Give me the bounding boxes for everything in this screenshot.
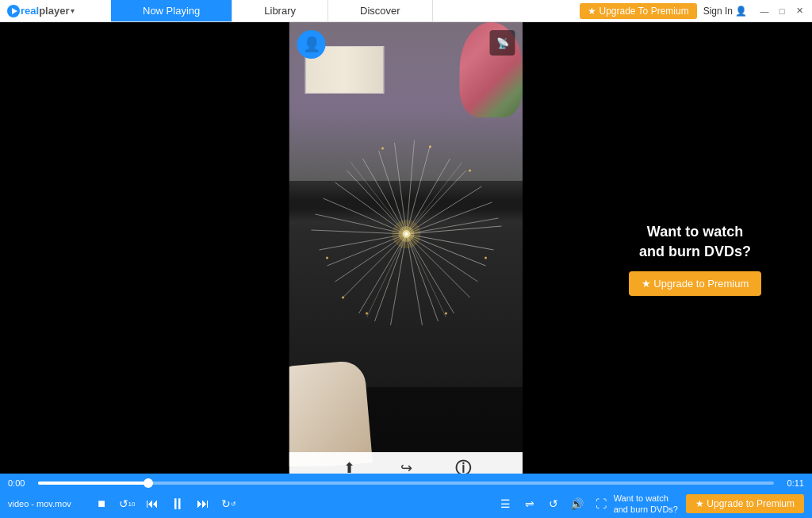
upgrade-panel-button[interactable]: ★ Upgrade to Premium (629, 271, 762, 296)
sign-in-button[interactable]: Sign In 👤 (703, 6, 747, 17)
loop-button[interactable]: ↺ (542, 493, 565, 515)
right-black-area: Want to watchand burn DVDs? ★ Upgrade to… (523, 22, 812, 496)
control-bar: 0:00 0:11 video - mov.mov ■ ↺10 ⏮ ⏸ ⏭ ↻↺… (0, 474, 812, 518)
controls-row: video - mov.mov ■ ↺10 ⏮ ⏸ ⏭ ↻↺ ☰ ⇌ ↺ 🔊 ⛶… (0, 489, 812, 518)
stop-button[interactable]: ■ (90, 493, 113, 515)
upgrade-bar-button[interactable]: ★ Upgrade to Premium (686, 494, 804, 513)
upgrade-panel-text: Want to watchand burn DVDs? (639, 222, 751, 262)
fullscreen-button[interactable]: ⛶ (590, 493, 612, 515)
time-total: 0:11 (780, 478, 804, 488)
restore-button[interactable]: □ (776, 5, 788, 17)
play-pause-button[interactable]: ⏸ (167, 493, 189, 515)
next-button[interactable]: ⏭ (192, 493, 214, 515)
rewind10-button[interactable]: ↺10 (116, 493, 138, 515)
realplayer-logo-icon (6, 4, 21, 18)
main-area: 👤 📡 ⬆ Upload ↪ Share ⓘ Details (0, 22, 812, 496)
svg-point-42 (485, 257, 487, 259)
logo-area[interactable]: real player ▾ (0, 4, 111, 18)
right-controls: ☰ ⇌ ↺ 🔊 ⛶ Want to watch and burn DVDs? ★… (495, 493, 804, 516)
progress-row: 0:00 0:11 (0, 474, 812, 489)
logo-text2: player (39, 5, 69, 17)
minimize-button[interactable]: — (758, 5, 771, 17)
svg-point-43 (326, 257, 328, 259)
profile-icon-overlay[interactable]: 👤 (297, 30, 326, 59)
svg-point-44 (429, 146, 431, 148)
tab-now-playing[interactable]: Now Playing (111, 0, 232, 21)
progress-bar[interactable] (38, 482, 774, 485)
repeat-button[interactable]: ↻↺ (217, 493, 239, 515)
upgrade-bar-text: Want to watch and burn DVDs? (614, 493, 678, 516)
profile-icon: 👤 (303, 36, 320, 53)
upgrade-to-premium-button[interactable]: ★ Upgrade To Premium (580, 3, 697, 19)
svg-point-47 (366, 313, 368, 315)
file-label: video - mov.mov (8, 499, 87, 508)
logo-text: real (21, 5, 39, 17)
prev-button[interactable]: ⏮ (141, 493, 163, 515)
time-current: 0:00 (8, 478, 32, 488)
volume-button[interactable]: 🔊 (566, 493, 588, 515)
upgrade-panel: Want to watchand burn DVDs? ★ Upgrade to… (578, 22, 812, 496)
svg-point-40 (469, 170, 471, 172)
sparkler-svg (303, 131, 509, 337)
cast-icon: 📡 (496, 37, 509, 49)
video-frame: 👤 📡 ⬆ Upload ↪ Share ⓘ Details (289, 22, 523, 496)
playlist-button[interactable]: ☰ (495, 493, 517, 515)
tab-discover[interactable]: Discover (328, 0, 433, 21)
svg-point-41 (342, 297, 344, 299)
sleeve-prop (289, 359, 373, 466)
nav-tabs: Now Playing Library Discover (111, 0, 573, 21)
close-button[interactable]: ✕ (793, 5, 806, 17)
left-black-area (0, 22, 289, 496)
progress-thumb (144, 478, 153, 488)
signin-label: Sign In (703, 6, 733, 17)
shuffle-button[interactable]: ⇌ (519, 493, 541, 515)
cast-icon-overlay[interactable]: 📡 (490, 30, 515, 56)
user-icon: 👤 (735, 6, 747, 17)
window-controls: — □ ✕ (758, 5, 806, 17)
svg-point-45 (381, 148, 384, 150)
video-container[interactable]: 👤 📡 ⬆ Upload ↪ Share ⓘ Details (289, 22, 523, 496)
progress-bar-fill (38, 482, 148, 485)
video-image (289, 22, 523, 466)
svg-point-46 (445, 313, 447, 315)
svg-line-2 (406, 226, 501, 234)
header-right: ★ Upgrade To Premium Sign In 👤 — □ ✕ (573, 3, 812, 19)
app-header: real player ▾ Now Playing Library Discov… (0, 0, 812, 22)
logo-dropdown-icon[interactable]: ▾ (71, 6, 75, 15)
svg-point-39 (404, 232, 408, 236)
tab-library[interactable]: Library (232, 0, 328, 21)
